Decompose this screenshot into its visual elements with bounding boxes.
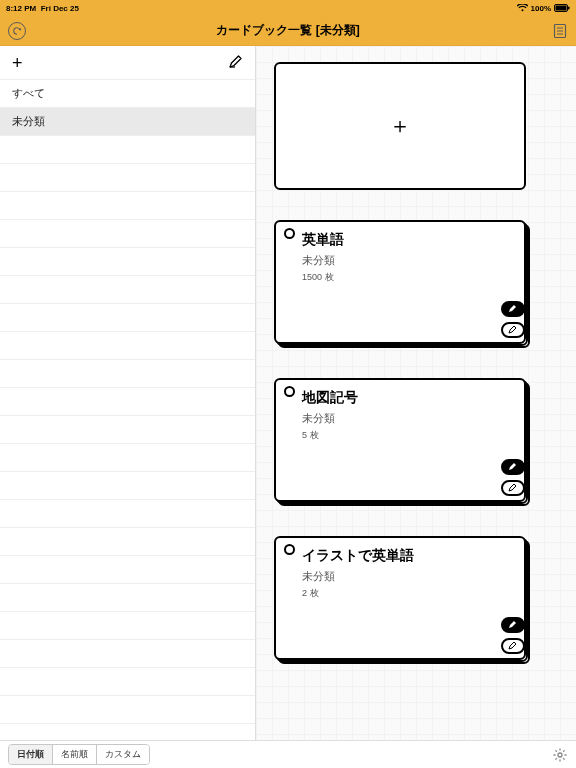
header-left-button[interactable] (8, 22, 40, 40)
deck-category: 未分類 (302, 411, 512, 426)
content-pane: ＋ 英単語 未分類 1500 枚 (256, 46, 576, 740)
main-split: + すべて未分類 ＋ 英単語 未分類 1500 枚 (0, 46, 576, 740)
sidebar-toolbar: + (0, 46, 255, 80)
sort-segment[interactable]: カスタム (97, 745, 149, 764)
deck-title: イラストで英単語 (302, 547, 512, 565)
sidebar-item-empty (0, 304, 255, 332)
ring-icon (284, 386, 295, 397)
deck-edit-button[interactable] (501, 480, 525, 496)
sidebar-item[interactable]: 未分類 (0, 108, 255, 136)
sidebar-list: すべて未分類 (0, 80, 255, 740)
app-header: カードブック一覧 [未分類] (0, 16, 576, 46)
sort-segment[interactable]: 日付順 (9, 745, 53, 764)
add-category-button[interactable]: + (12, 54, 23, 72)
sidebar-item-empty (0, 388, 255, 416)
battery-icon (554, 4, 570, 12)
status-time-text: 8:12 PM (6, 4, 36, 13)
add-card-slot: ＋ (274, 62, 558, 190)
ring-icon (284, 544, 295, 555)
sidebar-item-empty (0, 584, 255, 612)
sidebar-item-empty (0, 556, 255, 584)
deck-edit-button[interactable] (501, 638, 525, 654)
footer-bar: 日付順名前順カスタム (0, 740, 576, 768)
deck-slot: イラストで英単語 未分類 2 枚 (274, 536, 558, 664)
ring-icon (284, 228, 295, 239)
sidebar-item-empty (0, 612, 255, 640)
deck-count: 5 枚 (302, 429, 512, 442)
sidebar-item-empty (0, 416, 255, 444)
sidebar-item-empty (0, 724, 255, 740)
svg-rect-1 (556, 6, 567, 11)
svg-rect-2 (568, 7, 570, 10)
sidebar: + すべて未分類 (0, 46, 256, 740)
sort-segment[interactable]: 名前順 (53, 745, 97, 764)
sidebar-item-empty (0, 500, 255, 528)
status-time: 8:12 PM Fri Dec 25 (6, 4, 79, 13)
deck-count: 2 枚 (302, 587, 512, 600)
sidebar-item-empty (0, 276, 255, 304)
deck-category: 未分類 (302, 569, 512, 584)
deck-card[interactable]: 英単語 未分類 1500 枚 (274, 220, 530, 348)
deck-play-button[interactable] (501, 617, 525, 633)
deck-card[interactable]: イラストで英単語 未分類 2 枚 (274, 536, 530, 664)
deck-slot: 英単語 未分類 1500 枚 (274, 220, 558, 348)
sidebar-item-empty (0, 444, 255, 472)
sidebar-item-empty (0, 472, 255, 500)
sort-segmented-control[interactable]: 日付順名前順カスタム (8, 744, 150, 765)
battery-percent: 100% (531, 4, 551, 13)
deck-card[interactable]: 地図記号 未分類 5 枚 (274, 378, 530, 506)
gear-icon (552, 747, 568, 763)
deck-play-button[interactable] (501, 301, 525, 317)
sidebar-item-empty (0, 332, 255, 360)
deck-category: 未分類 (302, 253, 512, 268)
sync-icon (8, 22, 26, 40)
edit-categories-button[interactable] (229, 54, 243, 72)
sidebar-item-empty (0, 668, 255, 696)
sidebar-item-empty (0, 696, 255, 724)
sidebar-item-empty (0, 164, 255, 192)
list-icon (552, 23, 568, 39)
sidebar-item-empty (0, 136, 255, 164)
sidebar-item-empty (0, 360, 255, 388)
add-deck-button[interactable]: ＋ (274, 62, 526, 190)
deck-title: 英単語 (302, 231, 512, 249)
deck-play-button[interactable] (501, 459, 525, 475)
deck-slot: 地図記号 未分類 5 枚 (274, 378, 558, 506)
sidebar-item-label: 未分類 (12, 114, 45, 129)
status-bar: 8:12 PM Fri Dec 25 100% (0, 0, 576, 16)
svg-point-8 (558, 753, 562, 757)
sidebar-item-empty (0, 248, 255, 276)
sidebar-item-empty (0, 528, 255, 556)
header-right-button[interactable] (536, 23, 568, 39)
sidebar-item-empty (0, 192, 255, 220)
wifi-icon (517, 4, 528, 12)
deck-title: 地図記号 (302, 389, 512, 407)
plus-icon: ＋ (389, 111, 411, 141)
sidebar-item-empty (0, 220, 255, 248)
page-title: カードブック一覧 [未分類] (40, 22, 536, 39)
sidebar-item-empty (0, 640, 255, 668)
sidebar-item-label: すべて (12, 86, 45, 101)
deck-count: 1500 枚 (302, 271, 512, 284)
status-date-text: Fri Dec 25 (41, 4, 79, 13)
status-right: 100% (517, 4, 570, 13)
settings-button[interactable] (552, 747, 568, 763)
deck-edit-button[interactable] (501, 322, 525, 338)
sidebar-item[interactable]: すべて (0, 80, 255, 108)
